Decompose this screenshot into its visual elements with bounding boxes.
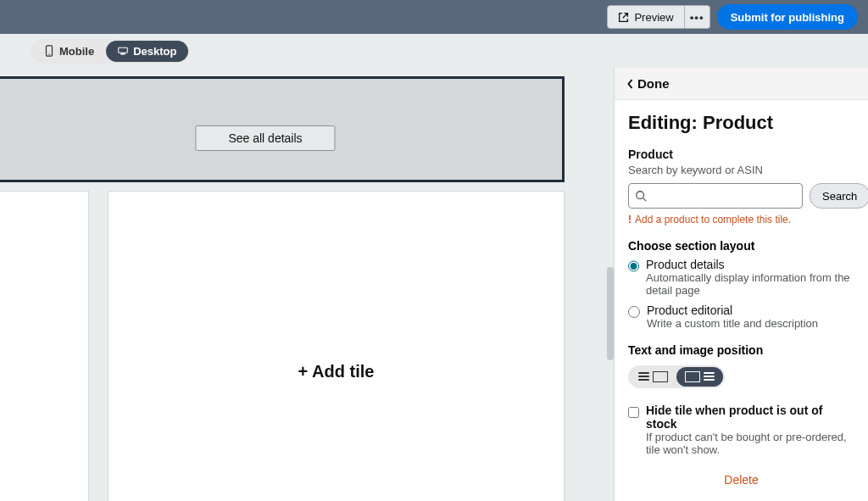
position-image-left[interactable] <box>676 367 723 387</box>
image-box-icon <box>685 371 700 382</box>
scrollbar-thumb[interactable] <box>607 267 614 360</box>
panel-body: Editing: Product Product Search by keywo… <box>615 100 868 501</box>
svg-point-4 <box>637 192 644 199</box>
mobile-icon <box>44 45 54 57</box>
device-tab-bar: Mobile Desktop <box>0 34 868 68</box>
more-button[interactable]: ••• <box>685 5 710 29</box>
hide-label: Hide tile when product is out of stock <box>646 404 854 431</box>
delete-button[interactable]: Delete <box>628 473 854 487</box>
radio-product-details[interactable]: Product details Automatically display in… <box>628 258 854 297</box>
radio-product-details-label: Product details <box>646 258 854 271</box>
radio-product-editorial-desc: Write a custom title and description <box>647 317 818 330</box>
error-text: Add a product to complete this tile. <box>635 214 791 225</box>
position-heading: Text and image position <box>628 343 854 357</box>
position-text-left[interactable] <box>630 367 676 387</box>
tab-desktop[interactable]: Desktop <box>106 41 188 62</box>
hide-checkbox[interactable] <box>628 406 639 419</box>
done-button[interactable]: Done <box>626 76 670 91</box>
panel-title: Editing: Product <box>628 112 854 134</box>
image-box-icon <box>653 371 668 382</box>
text-lines-icon <box>704 372 715 381</box>
radio-product-editorial-label: Product editorial <box>647 303 818 317</box>
selected-tile-frame[interactable]: See all details <box>0 76 565 182</box>
radio-product-details-desc: Automatically display information from t… <box>646 271 854 297</box>
tile-row: + Add tile <box>0 191 565 501</box>
hide-desc: If product can't be bought or pre-ordere… <box>646 431 854 456</box>
see-all-details-button[interactable]: See all details <box>195 125 335 151</box>
product-search-input[interactable] <box>628 183 803 209</box>
search-row: Search <box>628 183 854 209</box>
position-toggle <box>628 365 725 388</box>
product-label: Product <box>628 148 854 161</box>
layout-radio-group: Product details Automatically display in… <box>628 258 854 330</box>
submit-button[interactable]: Submit for publishing <box>717 4 858 30</box>
main: See all details + Add tile Done Editing:… <box>0 68 868 501</box>
top-header: Preview ••• Submit for publishing <box>0 0 868 34</box>
radio-product-editorial-input[interactable] <box>628 306 640 318</box>
text-lines-icon <box>638 372 649 381</box>
search-input-wrap <box>628 183 803 209</box>
svg-rect-2 <box>119 47 128 53</box>
tab-mobile[interactable]: Mobile <box>32 41 106 62</box>
external-link-icon <box>618 12 629 23</box>
device-toggle: Mobile Desktop <box>31 39 190 64</box>
preview-button[interactable]: Preview <box>607 5 684 29</box>
error-message: Add a product to complete this tile. <box>628 214 854 225</box>
preview-label: Preview <box>634 11 673 24</box>
side-panel: Done Editing: Product Product Search by … <box>614 68 868 501</box>
svg-rect-3 <box>121 53 125 54</box>
add-tile-button[interactable]: + Add tile <box>108 191 565 501</box>
ellipsis-icon: ••• <box>690 11 704 24</box>
add-tile-label: + Add tile <box>298 362 375 381</box>
radio-product-editorial[interactable]: Product editorial Write a custom title a… <box>628 303 854 330</box>
chevron-left-icon <box>626 79 634 89</box>
done-label: Done <box>637 76 670 91</box>
tab-mobile-label: Mobile <box>59 45 94 58</box>
product-help: Search by keyword or ASIN <box>628 164 854 176</box>
hide-out-of-stock[interactable]: Hide tile when product is out of stock I… <box>628 404 854 456</box>
desktop-icon <box>118 45 128 57</box>
radio-product-details-input[interactable] <box>628 260 639 272</box>
search-button[interactable]: Search <box>810 183 868 209</box>
search-icon <box>635 190 647 202</box>
tab-desktop-label: Desktop <box>133 45 176 58</box>
section-layout-heading: Choose section layout <box>628 239 854 253</box>
svg-point-1 <box>48 53 49 54</box>
canvas-inner: See all details + Add tile <box>0 68 614 501</box>
preview-button-group: Preview ••• <box>607 5 709 29</box>
done-bar: Done <box>615 68 868 100</box>
tile-placeholder[interactable] <box>0 191 89 501</box>
canvas: See all details + Add tile <box>0 68 614 501</box>
